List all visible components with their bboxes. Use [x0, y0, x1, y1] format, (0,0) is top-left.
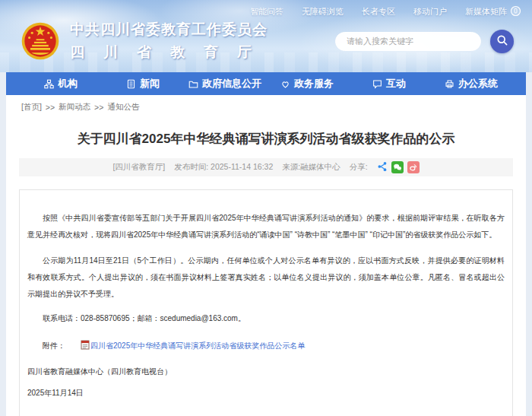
contact-line: 联系电话：028-85870695；邮箱：scedumedia@163.com。 [27, 310, 505, 327]
topbar-link-senior-zone[interactable]: 长者专区 [362, 6, 395, 17]
nav-item-interaction[interactable]: 互动 [348, 72, 430, 95]
meta-publish-time: 发布时间: 2025-11-14 16:32 [174, 162, 273, 173]
topbar-link-label: 长者专区 [362, 6, 395, 17]
nav-item-gov-info[interactable]: 政府信息公开 [184, 72, 266, 95]
topbar-link-label: 智能问答 [250, 6, 283, 17]
search-input[interactable] [335, 32, 481, 51]
site-header: 智能问答 无障碍浏览 长者专区 移动门户 新媒体矩阵 [0, 0, 532, 72]
topbar-link-label: 新媒体矩阵 [465, 6, 507, 17]
topbar-link-label: 无障碍浏览 [302, 6, 344, 17]
breadcrumb-notices[interactable]: 通知公告 [107, 102, 139, 113]
attachment-link[interactable]: 四川省2025年中华经典诵写讲演系列活动省级获奖作品公示名单 [90, 341, 305, 350]
meta-share-label: 分享: [350, 162, 368, 173]
nav-item-label: 新闻 [140, 77, 160, 91]
nav-item-news[interactable]: 新闻 [102, 72, 184, 95]
meta-dept: [四川省教育厅] [112, 162, 165, 173]
nav-item-gov-services[interactable]: 政务服务 [266, 72, 348, 95]
breadcrumb-home[interactable]: [首页] [21, 102, 42, 113]
paragraph-2: 公示期为11月14日至21日（5个工作日）。公示期内，任何单位或个人对公示名单有… [27, 252, 505, 303]
nav-item-office-system[interactable]: 办公系统 [430, 72, 512, 95]
site-title: 中共四川省委教育工作委员会 四川省教育厅 [70, 20, 271, 62]
main-container: 机构 新闻 政府信息公开 政务服务 互动 办公系统 [6, 72, 526, 416]
heart-pin-icon [280, 79, 290, 89]
weibo-share-icon[interactable] [407, 161, 420, 173]
share-nodes-icon[interactable] [377, 161, 388, 173]
search-icon [496, 34, 508, 49]
article-body: 按照《中共四川省委宣传部等五部门关于开展四川省2025年中华经典诵写讲演系列活动… [19, 189, 513, 416]
document-date: 2025年11月14日 [27, 385, 505, 402]
paragraph-1: 按照《中共四川省委宣传部等五部门关于开展四川省2025年中华经典诵写讲演系列活动… [27, 210, 505, 243]
nav-item-label: 政务服务 [294, 77, 334, 91]
search-button[interactable] [490, 30, 514, 53]
topbar-link-new-media[interactable]: 新媒体矩阵 [465, 5, 521, 18]
share-icons [377, 161, 420, 173]
chat-icon [372, 79, 382, 89]
utility-topbar: 智能问答 无障碍浏览 长者专区 移动门户 新媒体矩阵 [0, 0, 532, 18]
issuing-unit: 四川省教育融媒体中心（四川教育电视台） [27, 364, 505, 380]
new-media-matrix-icon [510, 5, 521, 18]
printer-icon [445, 79, 454, 89]
attachment-line: 附件：四川省2025年中华经典诵写讲演系列活动省级获奖作品公示名单 [27, 338, 505, 356]
nav-item-label: 互动 [386, 77, 406, 91]
page: 智能问答 无障碍浏览 长者专区 移动门户 新媒体矩阵 [0, 0, 532, 416]
nav-item-label: 办公系统 [458, 77, 498, 91]
folder-icon [188, 79, 198, 89]
search-area [335, 30, 514, 53]
breadcrumb-separator: >> [46, 103, 55, 112]
article-meta-bar: [四川省教育厅] 发布时间: 2025-11-14 16:32 来源:融媒体中心… [19, 158, 513, 176]
site-title-line1: 中共四川省委教育工作委员会 [70, 20, 271, 40]
meta-source: 来源:融媒体中心 [282, 162, 340, 173]
nav-item-label: 机构 [58, 77, 78, 91]
nav-item-label: 政府信息公开 [202, 77, 261, 91]
national-emblem-logo [20, 21, 61, 62]
topbar-link-label: 移动门户 [413, 6, 447, 17]
primary-nav: 机构 新闻 政府信息公开 政务服务 互动 办公系统 [6, 72, 526, 95]
doc-file-icon [65, 339, 90, 356]
breadcrumb-separator: >> [94, 103, 103, 112]
topbar-link-accessibility[interactable]: 无障碍浏览 [302, 6, 344, 17]
page-title: 关于四川省2025年中华经典诵写讲演系列活动省级获奖作品的公示 [29, 130, 503, 148]
org-chart-icon [44, 79, 54, 89]
nav-item-orgs[interactable]: 机构 [20, 72, 102, 95]
header-main: 中共四川省委教育工作委员会 四川省教育厅 [0, 18, 532, 62]
topbar-link-smart-qa[interactable]: 智能问答 [250, 6, 283, 17]
news-doc-icon [126, 79, 136, 89]
wechat-share-icon[interactable] [391, 161, 404, 173]
breadcrumb: [首页] >> 新闻动态 >> 通知公告 [6, 95, 526, 119]
attachment-label: 附件： [43, 341, 65, 350]
breadcrumb-news[interactable]: 新闻动态 [59, 102, 90, 113]
topbar-link-mobile-portal[interactable]: 移动门户 [413, 6, 447, 17]
site-title-line2: 四川省教育厅 [70, 43, 271, 62]
